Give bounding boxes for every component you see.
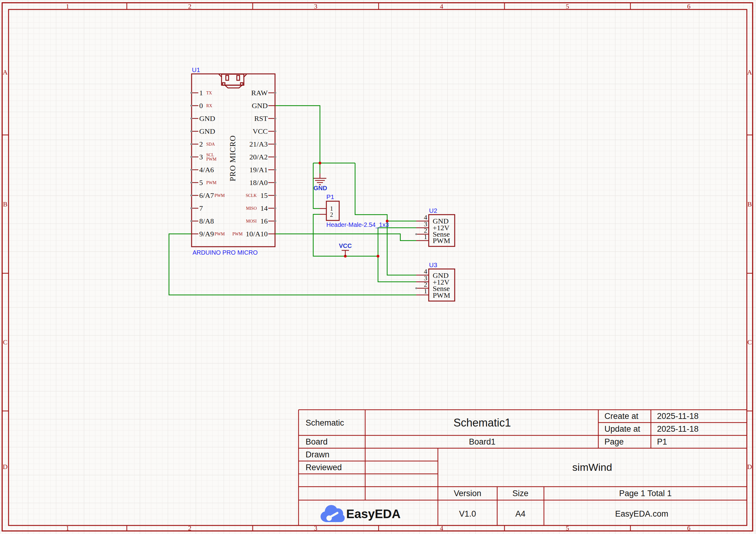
wire-pwm-u1-to-u3-pin1[interactable]: [169, 234, 416, 295]
version-label: Version: [454, 489, 481, 498]
bottom-margin-label: 4: [440, 524, 444, 532]
u1-pin-name: 4/A6: [199, 166, 214, 174]
u1-pin-name: 5: [199, 179, 203, 187]
u1-pin-name: 8/A8: [199, 217, 214, 225]
u1-pin-func: SCL: [206, 153, 214, 157]
u2-pin-number: 1: [424, 233, 427, 241]
wire-pwm-u1-to-u2-pin1[interactable]: [275, 234, 416, 241]
update-at-label: Update at: [605, 424, 640, 434]
right-margin-label: B: [747, 200, 752, 208]
vcc-symbol[interactable]: VCC: [339, 242, 352, 256]
u1-pin-name: 2: [199, 140, 203, 148]
u3-refdes[interactable]: U3: [429, 261, 437, 268]
schematic-drawing: 1 2 3 4 5 6 1 2 3 4 5 6 A B C D A B C D: [0, 0, 756, 534]
gnd-symbol[interactable]: GND: [313, 173, 327, 191]
wire-vcc-to-u2-pin3[interactable]: [378, 228, 416, 256]
site-text: EasyEDA.com: [615, 509, 668, 519]
update-at-value[interactable]: 2025-11-18: [657, 424, 699, 434]
bottom-margin-label: 5: [566, 524, 569, 532]
u1-pin-name: 20/A2: [249, 153, 268, 161]
right-margin-label: D: [747, 463, 752, 470]
u3-pin-number: 1: [424, 287, 427, 295]
gnd-symbol-bars: [313, 178, 326, 185]
u1-pin-name: 16: [260, 217, 268, 225]
top-margin-label: 5: [566, 2, 569, 10]
wire-gnd-to-u3-pin4[interactable]: [355, 163, 416, 275]
gnd-net-label[interactable]: GND: [313, 185, 327, 191]
u1-pin-name: 9/A9: [199, 230, 214, 238]
u1-pin-name: GND: [199, 127, 215, 135]
u1-pin-func: PWM: [232, 232, 243, 236]
vcc-net-label[interactable]: VCC: [339, 242, 352, 249]
p1-pin-number: 2: [330, 211, 333, 218]
p1-value[interactable]: Header-Male-2.54_1x3: [326, 221, 389, 228]
junction-dot[interactable]: [377, 255, 380, 258]
bottom-margin-label: 1: [66, 524, 69, 532]
u1-pin-func: TX: [206, 91, 212, 95]
u1-pin-func: PWM: [206, 157, 217, 162]
left-margin-label: A: [3, 68, 8, 76]
u1-pin-func: MOSI: [246, 219, 257, 223]
create-at-label: Create at: [605, 412, 639, 421]
page-label: Page: [605, 437, 624, 446]
u1-pin-name: 0: [199, 102, 203, 110]
bottom-margin-label: 3: [314, 524, 317, 532]
u2-pin-name: PWM: [433, 237, 450, 244]
u1-pin-name: 21/A3: [249, 140, 268, 148]
wire-vcc-to-u3-pin3[interactable]: [378, 256, 416, 282]
right-margin-label: C: [747, 338, 752, 346]
u1-right-pin-stubs[interactable]: [268, 93, 275, 234]
u1-pin-func: SCLK: [246, 193, 257, 198]
margin-ticks-side: [2, 135, 753, 411]
left-margin-label: B: [3, 200, 8, 208]
u1-pin-func: RX: [206, 104, 212, 108]
drawn-label: Drawn: [306, 450, 329, 459]
p1-pin-number: 1: [330, 205, 333, 212]
u1-pin-name: RST: [254, 114, 268, 122]
component-u2[interactable]: U2 4 3 2 1 GND +12V Sense PWM: [415, 207, 455, 246]
p1-pin-stubs[interactable]: [320, 209, 326, 214]
component-u1[interactable]: U1 ARDUINO PRO MICRO PRO MICRO 1 0 GND G…: [190, 66, 276, 256]
schematic-canvas[interactable]: 1 2 3 4 5 6 1 2 3 4 5 6 A B C D A B C D: [0, 0, 756, 534]
create-at-value[interactable]: 2025-11-18: [657, 412, 699, 421]
project-title[interactable]: simWind: [572, 461, 612, 473]
easyeda-logo-icon: EasyEDA: [321, 505, 401, 522]
size-label: Size: [512, 489, 529, 498]
version-value[interactable]: V1.0: [459, 509, 476, 519]
junction-dot[interactable]: [319, 162, 321, 165]
u1-pin-name: 6/A7: [199, 191, 214, 199]
sheet-frame: 1 2 3 4 5 6 1 2 3 4 5 6 A B C D A B C D: [2, 2, 753, 532]
pages-text: Page 1 Total 1: [619, 489, 672, 498]
schematic-name[interactable]: Schematic1: [453, 417, 511, 429]
wire-vcc-from-p1-pin2[interactable]: [313, 214, 378, 256]
u1-pin-name: 7: [199, 204, 203, 212]
u1-pin-func: SDA: [206, 142, 215, 146]
left-margin-label: C: [3, 338, 8, 346]
title-block: Schematic Schematic1 Create at 2025-11-1…: [299, 410, 747, 525]
u2-refdes[interactable]: U2: [429, 207, 437, 214]
top-margin-label: 3: [314, 2, 317, 10]
page-value[interactable]: P1: [657, 437, 667, 446]
bottom-margin-label: 2: [188, 524, 192, 532]
u1-refdes[interactable]: U1: [192, 66, 200, 73]
board-name[interactable]: Board1: [469, 437, 495, 446]
right-margin-label: A: [747, 68, 752, 76]
u1-value[interactable]: ARDUINO PRO MICRO: [193, 249, 257, 256]
u1-left-pin-stubs[interactable]: [192, 93, 198, 234]
bottom-margin-label: 6: [687, 524, 690, 532]
left-margin-label: D: [3, 463, 8, 470]
top-margin-label: 2: [188, 2, 192, 10]
easyeda-logo-text: EasyEDA: [346, 507, 401, 521]
u1-pin-func: MISO: [246, 206, 257, 211]
p1-refdes[interactable]: P1: [326, 193, 334, 200]
component-u3[interactable]: U3 4 3 2 1 GND +12V Sense PWM: [415, 261, 455, 301]
u1-pin-name: 19/A1: [249, 166, 268, 174]
u1-pin-name: 3: [199, 153, 203, 161]
component-p1[interactable]: P1 1 2 Header-Male-2.54_1x3: [320, 193, 389, 228]
u1-pin-func: PWM: [214, 232, 225, 236]
u1-pin-name: 15: [260, 191, 268, 199]
u1-pin-name: 14: [260, 204, 268, 212]
top-margin-label: 6: [687, 2, 690, 10]
size-value[interactable]: A4: [515, 509, 525, 519]
vcc-symbol-bar: [342, 250, 349, 256]
